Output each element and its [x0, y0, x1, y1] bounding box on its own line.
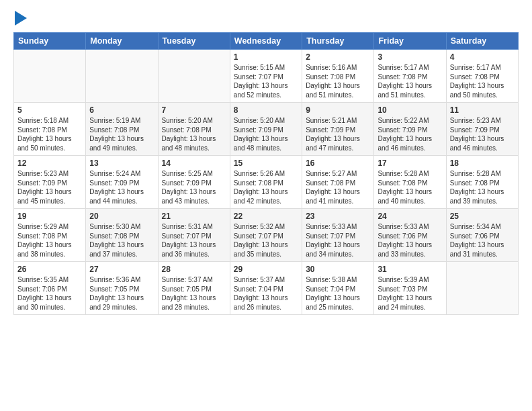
day-number: 13	[89, 158, 154, 168]
day-info: Sunrise: 5:38 AM Sunset: 7:04 PM Dayligh…	[306, 275, 370, 312]
day-info: Sunrise: 5:30 AM Sunset: 7:08 PM Dayligh…	[89, 222, 154, 259]
day-number: 16	[306, 158, 370, 168]
day-number: 30	[306, 265, 370, 274]
day-info: Sunrise: 5:19 AM Sunset: 7:08 PM Dayligh…	[89, 116, 154, 152]
day-info: Sunrise: 5:28 AM Sunset: 7:08 PM Dayligh…	[450, 169, 515, 205]
day-info: Sunrise: 5:15 AM Sunset: 7:07 PM Dayligh…	[234, 63, 298, 99]
day-info: Sunrise: 5:17 AM Sunset: 7:08 PM Dayligh…	[450, 63, 515, 99]
calendar-week-2: 5Sunrise: 5:18 AM Sunset: 7:08 PM Daylig…	[14, 103, 519, 156]
calendar-cell: 4Sunrise: 5:17 AM Sunset: 7:08 PM Daylig…	[446, 50, 518, 103]
logo-icon	[15, 11, 27, 26]
calendar-cell: 11Sunrise: 5:23 AM Sunset: 7:09 PM Dayli…	[446, 103, 518, 156]
weekday-thursday: Thursday	[302, 33, 374, 50]
weekday-header-row: SundayMondayTuesdayWednesdayThursdayFrid…	[14, 33, 519, 50]
weekday-tuesday: Tuesday	[158, 33, 230, 50]
calendar-cell: 19Sunrise: 5:29 AM Sunset: 7:08 PM Dayli…	[14, 209, 86, 262]
calendar-cell: 22Sunrise: 5:32 AM Sunset: 7:07 PM Dayli…	[230, 209, 302, 262]
day-info: Sunrise: 5:22 AM Sunset: 7:09 PM Dayligh…	[378, 116, 442, 152]
day-number: 24	[378, 212, 442, 221]
calendar-cell: 10Sunrise: 5:22 AM Sunset: 7:09 PM Dayli…	[374, 103, 446, 156]
day-number: 18	[450, 158, 515, 168]
calendar-cell: 6Sunrise: 5:19 AM Sunset: 7:08 PM Daylig…	[86, 103, 158, 156]
day-info: Sunrise: 5:34 AM Sunset: 7:06 PM Dayligh…	[450, 222, 515, 259]
day-number: 12	[17, 158, 82, 168]
day-number: 28	[162, 265, 226, 274]
day-info: Sunrise: 5:37 AM Sunset: 7:05 PM Dayligh…	[162, 275, 226, 312]
day-number: 25	[450, 212, 515, 221]
calendar-cell: 13Sunrise: 5:24 AM Sunset: 7:09 PM Dayli…	[86, 156, 158, 209]
day-info: Sunrise: 5:21 AM Sunset: 7:09 PM Dayligh…	[306, 116, 370, 152]
calendar-cell: 15Sunrise: 5:26 AM Sunset: 7:08 PM Dayli…	[230, 156, 302, 209]
day-info: Sunrise: 5:24 AM Sunset: 7:09 PM Dayligh…	[89, 169, 154, 205]
calendar-cell: 28Sunrise: 5:37 AM Sunset: 7:05 PM Dayli…	[158, 262, 230, 315]
day-info: Sunrise: 5:37 AM Sunset: 7:04 PM Dayligh…	[234, 275, 298, 312]
day-info: Sunrise: 5:25 AM Sunset: 7:09 PM Dayligh…	[162, 169, 226, 205]
calendar-cell: 3Sunrise: 5:17 AM Sunset: 7:08 PM Daylig…	[374, 50, 446, 103]
weekday-saturday: Saturday	[446, 33, 518, 50]
calendar-cell: 1Sunrise: 5:15 AM Sunset: 7:07 PM Daylig…	[230, 50, 302, 103]
calendar-cell: 9Sunrise: 5:21 AM Sunset: 7:09 PM Daylig…	[302, 103, 374, 156]
calendar-cell: 24Sunrise: 5:33 AM Sunset: 7:06 PM Dayli…	[374, 209, 446, 262]
calendar-cell: 7Sunrise: 5:20 AM Sunset: 7:08 PM Daylig…	[158, 103, 230, 156]
day-info: Sunrise: 5:17 AM Sunset: 7:08 PM Dayligh…	[378, 63, 442, 99]
calendar-week-1: 1Sunrise: 5:15 AM Sunset: 7:07 PM Daylig…	[14, 50, 519, 103]
calendar-cell: 25Sunrise: 5:34 AM Sunset: 7:06 PM Dayli…	[446, 209, 518, 262]
svg-marker-0	[15, 11, 27, 26]
day-info: Sunrise: 5:32 AM Sunset: 7:07 PM Dayligh…	[234, 222, 298, 259]
weekday-monday: Monday	[86, 33, 158, 50]
calendar-cell: 23Sunrise: 5:33 AM Sunset: 7:07 PM Dayli…	[302, 209, 374, 262]
day-number: 19	[17, 212, 82, 221]
day-info: Sunrise: 5:28 AM Sunset: 7:08 PM Dayligh…	[378, 169, 442, 205]
weekday-friday: Friday	[374, 33, 446, 50]
page: SundayMondayTuesdayWednesdayThursdayFrid…	[0, 0, 532, 326]
calendar-cell	[86, 50, 158, 103]
calendar-cell: 29Sunrise: 5:37 AM Sunset: 7:04 PM Dayli…	[230, 262, 302, 315]
calendar-cell: 18Sunrise: 5:28 AM Sunset: 7:08 PM Dayli…	[446, 156, 518, 209]
day-number: 27	[89, 265, 154, 274]
day-number: 5	[17, 105, 82, 115]
weekday-sunday: Sunday	[14, 33, 86, 50]
day-info: Sunrise: 5:29 AM Sunset: 7:08 PM Dayligh…	[17, 222, 82, 259]
day-number: 3	[378, 52, 442, 62]
day-info: Sunrise: 5:18 AM Sunset: 7:08 PM Dayligh…	[17, 116, 82, 152]
day-info: Sunrise: 5:33 AM Sunset: 7:06 PM Dayligh…	[378, 222, 442, 259]
calendar-week-4: 19Sunrise: 5:29 AM Sunset: 7:08 PM Dayli…	[14, 209, 519, 262]
logo	[13, 11, 27, 26]
calendar-cell: 16Sunrise: 5:27 AM Sunset: 7:08 PM Dayli…	[302, 156, 374, 209]
calendar-cell: 31Sunrise: 5:39 AM Sunset: 7:03 PM Dayli…	[374, 262, 446, 315]
day-number: 9	[306, 105, 370, 115]
day-number: 21	[162, 212, 226, 221]
calendar-cell: 17Sunrise: 5:28 AM Sunset: 7:08 PM Dayli…	[374, 156, 446, 209]
calendar-week-3: 12Sunrise: 5:23 AM Sunset: 7:09 PM Dayli…	[14, 156, 519, 209]
day-number: 15	[234, 158, 298, 168]
day-number: 8	[234, 105, 298, 115]
calendar-cell	[14, 50, 86, 103]
calendar-cell: 30Sunrise: 5:38 AM Sunset: 7:04 PM Dayli…	[302, 262, 374, 315]
day-info: Sunrise: 5:23 AM Sunset: 7:09 PM Dayligh…	[17, 169, 82, 205]
calendar-cell	[446, 262, 518, 315]
day-number: 29	[234, 265, 298, 274]
weekday-wednesday: Wednesday	[230, 33, 302, 50]
calendar-cell: 12Sunrise: 5:23 AM Sunset: 7:09 PM Dayli…	[14, 156, 86, 209]
day-info: Sunrise: 5:26 AM Sunset: 7:08 PM Dayligh…	[234, 169, 298, 205]
day-info: Sunrise: 5:23 AM Sunset: 7:09 PM Dayligh…	[450, 116, 515, 152]
calendar-cell: 14Sunrise: 5:25 AM Sunset: 7:09 PM Dayli…	[158, 156, 230, 209]
day-number: 4	[450, 52, 515, 62]
day-number: 10	[378, 105, 442, 115]
calendar-table: SundayMondayTuesdayWednesdayThursdayFrid…	[13, 32, 519, 315]
day-info: Sunrise: 5:20 AM Sunset: 7:08 PM Dayligh…	[162, 116, 226, 152]
calendar-cell: 21Sunrise: 5:31 AM Sunset: 7:07 PM Dayli…	[158, 209, 230, 262]
calendar-cell: 27Sunrise: 5:36 AM Sunset: 7:05 PM Dayli…	[86, 262, 158, 315]
header	[13, 11, 519, 26]
day-number: 11	[450, 105, 515, 115]
day-number: 1	[234, 52, 298, 62]
day-info: Sunrise: 5:16 AM Sunset: 7:08 PM Dayligh…	[306, 63, 370, 99]
day-number: 2	[306, 52, 370, 62]
calendar-cell: 8Sunrise: 5:20 AM Sunset: 7:09 PM Daylig…	[230, 103, 302, 156]
day-number: 20	[89, 212, 154, 221]
calendar-week-5: 26Sunrise: 5:35 AM Sunset: 7:06 PM Dayli…	[14, 262, 519, 315]
calendar-cell: 5Sunrise: 5:18 AM Sunset: 7:08 PM Daylig…	[14, 103, 86, 156]
calendar-cell	[158, 50, 230, 103]
day-number: 22	[234, 212, 298, 221]
calendar-cell: 2Sunrise: 5:16 AM Sunset: 7:08 PM Daylig…	[302, 50, 374, 103]
